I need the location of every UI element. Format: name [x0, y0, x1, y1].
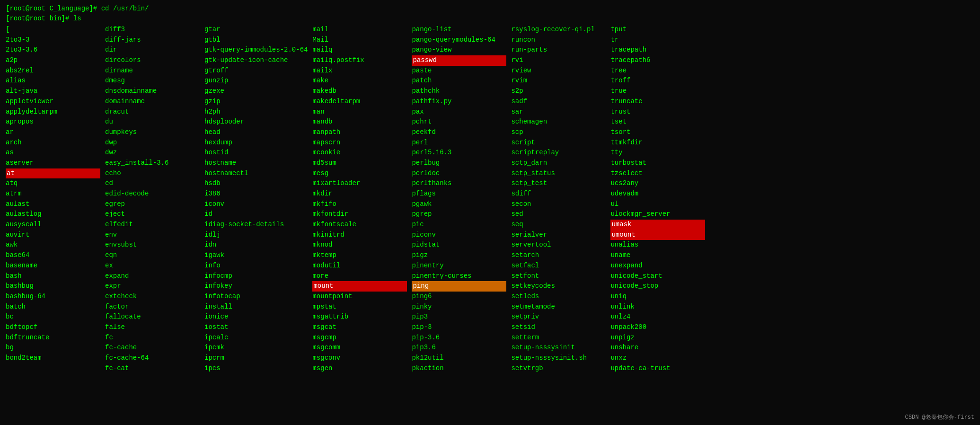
file-item: eject: [105, 209, 200, 220]
file-item: dnsdomainname: [105, 86, 200, 97]
file-item: rview: [511, 66, 606, 76]
file-item: unalias: [610, 240, 705, 250]
file-item: md5sum: [312, 158, 407, 168]
file-item: mkdir: [312, 189, 407, 199]
file-item: echo: [105, 168, 200, 179]
file-item: setpriv: [511, 312, 606, 322]
file-item: perldoc: [412, 168, 506, 179]
file-item: setfont: [511, 271, 606, 282]
file-item: setsid: [511, 322, 606, 333]
file-item: gtbl: [204, 35, 308, 45]
file-item: infocmp: [204, 271, 308, 282]
file-item: fc-cache-64: [105, 353, 200, 363]
file-item: aulast: [6, 199, 100, 210]
prompt-line-1: [root@root C_language]# cd /usr/bin/: [6, 4, 974, 14]
file-item: mkfontdir: [312, 209, 407, 220]
column-0: [2to3-32to3-3.6a2pabs2relaliasalt-javaap…: [6, 25, 105, 373]
file-item: mknod: [312, 240, 407, 250]
file-item: udevadm: [610, 189, 705, 199]
file-item: msgen: [312, 363, 407, 374]
file-item: gtk-update-icon-cache: [204, 55, 308, 66]
file-item: extcheck: [105, 292, 200, 302]
file-item: iconv: [204, 199, 308, 210]
file-item: ul: [610, 199, 705, 210]
file-item: pinentry-curses: [412, 271, 506, 282]
column-2: gtargtblgtk-query-immodules-2.0-64gtk-up…: [204, 25, 312, 373]
file-item: paste: [412, 66, 506, 76]
file-item: edid-decode: [105, 189, 200, 199]
file-item: gzexe: [204, 86, 308, 97]
file-item: hostname: [204, 158, 308, 168]
file-item: mcookie: [312, 148, 407, 158]
file-item: mailq.postfix: [312, 55, 407, 66]
file-item: infotocap: [204, 292, 308, 302]
file-item: [: [6, 25, 100, 35]
file-item: perlthanks: [412, 178, 506, 189]
file-item: infokey: [204, 281, 308, 292]
file-item: bdftopcf: [6, 322, 100, 333]
file-item: tsort: [610, 127, 705, 138]
file-item: unlz4: [610, 312, 705, 322]
file-item: msgcat: [312, 322, 407, 333]
file-item: dirname: [105, 66, 200, 76]
file-item: domainname: [105, 97, 200, 107]
file-item: man: [312, 107, 407, 117]
file-item: rvim: [511, 76, 606, 86]
file-item: gtk-query-immodules-2.0-64: [204, 45, 308, 55]
file-item: peekfd: [412, 127, 506, 138]
file-item: pgrep: [412, 209, 506, 220]
file-item: perl5.16.3: [412, 148, 506, 158]
file-item: pkaction: [412, 363, 506, 374]
file-item: pango-list: [412, 25, 506, 35]
file-item: hdsplooder: [204, 117, 308, 127]
file-item: setup-nsssysinit.sh: [511, 353, 606, 363]
file-item: manpath: [312, 127, 407, 138]
file-item: idlj: [204, 230, 308, 240]
file-item: unpigz: [610, 333, 705, 343]
file-item: egrep: [105, 199, 200, 210]
file-item: msgconv: [312, 353, 407, 363]
file-item: batch: [6, 302, 100, 312]
column-5: rsyslog-recover-qi.plrunconrun-partsrvir…: [511, 25, 610, 373]
file-item: truncate: [610, 97, 705, 107]
file-item: sadf: [511, 97, 606, 107]
file-item: sar: [511, 107, 606, 117]
file-item: envsubst: [105, 240, 200, 250]
file-item: mktemp: [312, 250, 407, 261]
file-item: Mail: [312, 35, 407, 45]
file-item: tty: [610, 148, 705, 158]
file-item: pinentry: [412, 261, 506, 271]
file-item: 2to3-3: [6, 35, 100, 45]
file-item: eqn: [105, 250, 200, 261]
file-item: passwd: [412, 55, 506, 66]
file-item: unicode_start: [610, 271, 705, 282]
file-item: pip-3: [412, 322, 506, 333]
file-item: tree: [610, 66, 705, 76]
file-item: setkeycodes: [511, 281, 606, 292]
file-item: fc: [105, 333, 200, 343]
file-item: setarch: [511, 250, 606, 261]
file-item: apropos: [6, 117, 100, 127]
file-item: mail: [312, 25, 407, 35]
file-item: atq: [6, 178, 100, 189]
file-item: schemagen: [511, 117, 606, 127]
file-item: ulockmgr_server: [610, 209, 705, 220]
file-item: easy_install-3.6: [105, 158, 200, 168]
file-item: pic: [412, 220, 506, 230]
file-item: script: [511, 138, 606, 148]
file-item: unlink: [610, 302, 705, 312]
file-item: auvirt: [6, 230, 100, 240]
file-item: turbostat: [610, 158, 705, 168]
file-item: modutil: [312, 261, 407, 271]
file-item: dir: [105, 45, 200, 55]
file-item: servertool: [511, 240, 606, 250]
file-item: env: [105, 230, 200, 240]
file-item: mkinitrd: [312, 230, 407, 240]
file-item: ar: [6, 127, 100, 138]
file-item: install: [204, 302, 308, 312]
file-item: ipcrm: [204, 353, 308, 363]
file-item: sed: [511, 209, 606, 220]
file-item: dircolors: [105, 55, 200, 66]
file-item: aulastlog: [6, 209, 100, 220]
file-item: i386: [204, 189, 308, 199]
